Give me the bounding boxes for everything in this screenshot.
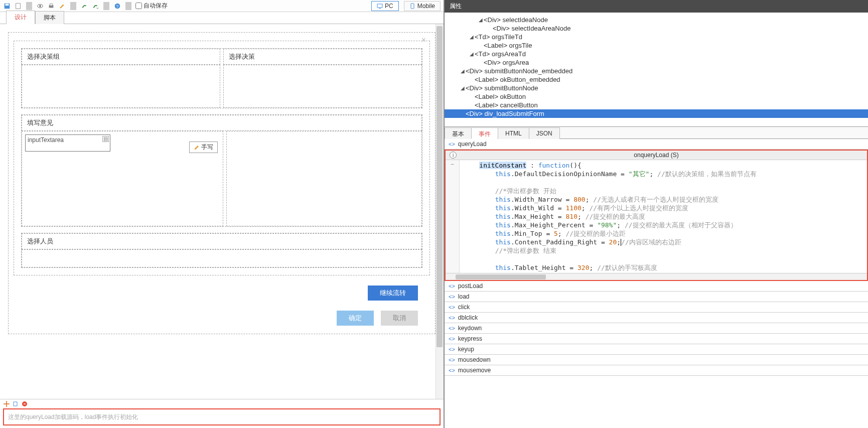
- event-mousemove[interactable]: <>mousemove: [445, 365, 868, 376]
- event-keypress[interactable]: <>keypress: [445, 334, 868, 344]
- tree-node[interactable]: <Div> div_loadSubmitForm: [445, 109, 868, 118]
- event-icon: <>: [449, 346, 455, 352]
- tree-toggle-icon[interactable]: ◢: [469, 51, 475, 57]
- fold-gutter[interactable]: −: [446, 160, 460, 273]
- tree-node[interactable]: <Label> orgsTile: [445, 41, 868, 50]
- event-label: keydown: [458, 325, 482, 332]
- separator: [26, 2, 32, 10]
- main-tabs: 设计 脚本: [0, 12, 444, 24]
- textarea-placeholder: inputTextarea: [28, 136, 64, 144]
- handwrite-button[interactable]: 手写: [189, 141, 218, 153]
- select-decision-header: 选择决策: [223, 49, 422, 65]
- form-container[interactable]: × 选择决策组 选择决策: [8, 32, 436, 334]
- tree-toggle-icon[interactable]: ◢: [478, 17, 484, 23]
- select-decision-group-body[interactable]: [22, 65, 220, 108]
- cancel-button[interactable]: 取消: [381, 311, 418, 326]
- event-load[interactable]: <>load: [445, 292, 868, 302]
- platform-pc-button[interactable]: PC: [371, 1, 399, 11]
- delete-icon[interactable]: [21, 400, 28, 407]
- event-dblclick[interactable]: <>dblclick: [445, 313, 868, 323]
- continue-button[interactable]: 继续流转: [368, 286, 418, 301]
- event-queryload[interactable]: <> queryLoad: [445, 139, 868, 150]
- footer-strip: 这里的queryLoad加载源码，load事件执行初始化: [0, 399, 444, 428]
- dom-tree[interactable]: ◢ <Div> selectIdeaNode <Div> selectIdeaA…: [445, 13, 868, 127]
- tree-node[interactable]: ◢ <Div> submitButtonNode: [445, 84, 868, 92]
- move-icon[interactable]: [3, 400, 10, 407]
- event-icon: <>: [449, 336, 455, 342]
- svg-rect-12: [14, 402, 17, 406]
- copy-icon[interactable]: [12, 400, 19, 407]
- select-person-header: 选择人员: [22, 233, 422, 249]
- footer-hint-text: 这里的queryLoad加载源码，load事件执行初始化: [8, 413, 138, 421]
- opinion-display-area[interactable]: [226, 131, 422, 226]
- tab-script[interactable]: 脚本: [35, 11, 64, 24]
- tree-node[interactable]: <Label> okButton: [445, 92, 868, 101]
- autosave-label: 自动保存: [143, 2, 168, 10]
- save-icon[interactable]: [3, 2, 11, 10]
- code-text[interactable]: initConstant : function(){ this.DefaultD…: [460, 160, 867, 273]
- event-keyup[interactable]: <>keyup: [445, 344, 868, 355]
- load-submit-form-div[interactable]: 这里的queryLoad加载源码，load事件执行初始化: [3, 408, 441, 425]
- tree-toggle-icon[interactable]: ◢: [469, 34, 475, 40]
- tree-node[interactable]: ◢ <Div> submitButtonNode_embedded: [445, 67, 868, 75]
- tab-event[interactable]: 事件: [471, 127, 498, 139]
- event-postLoad[interactable]: <>postLoad: [445, 281, 868, 292]
- platform-mobile-button[interactable]: Mobile: [404, 1, 441, 11]
- select-decision-body[interactable]: [223, 65, 422, 108]
- tree-toggle-icon[interactable]: ◢: [460, 85, 466, 91]
- svg-rect-11: [411, 4, 414, 9]
- autosave-checkbox[interactable]: 自动保存: [135, 2, 168, 10]
- tree-label: <Td> orgsTileTd: [475, 33, 522, 41]
- tab-design[interactable]: 设计: [6, 11, 35, 24]
- event-label: mousemove: [458, 367, 491, 374]
- select-person-section: 选择人员: [21, 233, 422, 268]
- tree-label: <Label> okButton_embedded: [475, 76, 560, 83]
- code-editor[interactable]: − initConstant : function(){ this.Defaul…: [446, 160, 867, 273]
- resize-grip-icon[interactable]: ▤: [102, 136, 109, 142]
- edit-icon[interactable]: [58, 2, 66, 10]
- help-icon[interactable]: ?: [113, 2, 121, 10]
- select-person-body[interactable]: [22, 249, 422, 267]
- separator: [125, 2, 131, 10]
- scroll-thumb[interactable]: [437, 26, 443, 347]
- tree-node[interactable]: ◢ <Td> orgsAreaTd: [445, 50, 868, 58]
- hscroll-thumb[interactable]: [456, 274, 546, 279]
- tree-node[interactable]: <Div> selectIdeaAreaNode: [445, 24, 868, 33]
- tree-node[interactable]: ◢ <Td> orgsTileTd: [445, 33, 868, 41]
- event-icon: <>: [449, 304, 455, 310]
- tree-label: <Label> cancelButton: [475, 101, 538, 109]
- tree-node[interactable]: <Label> okButton_embedded: [445, 75, 868, 84]
- handwrite-label: 手写: [201, 143, 213, 152]
- event-mousedown[interactable]: <>mousedown: [445, 355, 868, 365]
- brush-dropdown-icon[interactable]: [91, 2, 99, 10]
- tree-toggle-icon[interactable]: ◢: [460, 68, 466, 74]
- event-label: mousedown: [458, 356, 491, 363]
- tree-node[interactable]: ◢ <Div> selectIdeaNode: [445, 16, 868, 24]
- code-title: onqueryLoad (S): [634, 152, 678, 159]
- tree-node[interactable]: <Div> orgsArea: [445, 58, 868, 67]
- tree-label: <Div> selectIdeaNode: [484, 16, 548, 24]
- brush-icon[interactable]: [80, 2, 88, 10]
- code-hscrollbar[interactable]: [446, 273, 867, 280]
- info-icon[interactable]: i: [450, 152, 457, 159]
- event-keydown[interactable]: <>keydown: [445, 323, 868, 334]
- tree-node[interactable]: <Label> cancelButton: [445, 101, 868, 109]
- tab-json[interactable]: JSON: [529, 127, 560, 139]
- event-label: keypress: [458, 335, 482, 342]
- tab-basic[interactable]: 基本: [445, 127, 472, 139]
- close-icon[interactable]: ×: [421, 36, 426, 45]
- event-icon: <>: [449, 283, 455, 289]
- event-click[interactable]: <>click: [445, 302, 868, 313]
- properties-pane: 属性 ◢ <Div> selectIdeaNode <Div> selectId…: [445, 0, 868, 428]
- opinion-input-area[interactable]: inputTextarea ▤ 手写: [22, 131, 223, 226]
- preview-icon[interactable]: [36, 2, 44, 10]
- print-icon[interactable]: [47, 2, 55, 10]
- canvas-scrollbar[interactable]: [436, 24, 444, 399]
- design-canvas[interactable]: × 选择决策组 选择决策: [0, 24, 444, 399]
- new-icon[interactable]: [14, 2, 22, 10]
- tree-label: <Div> div_loadSubmitForm: [466, 110, 544, 117]
- svg-rect-2: [16, 3, 21, 9]
- ok-button[interactable]: 确定: [337, 311, 374, 326]
- tab-html[interactable]: HTML: [498, 127, 529, 139]
- input-textarea[interactable]: inputTextarea ▤: [25, 134, 110, 152]
